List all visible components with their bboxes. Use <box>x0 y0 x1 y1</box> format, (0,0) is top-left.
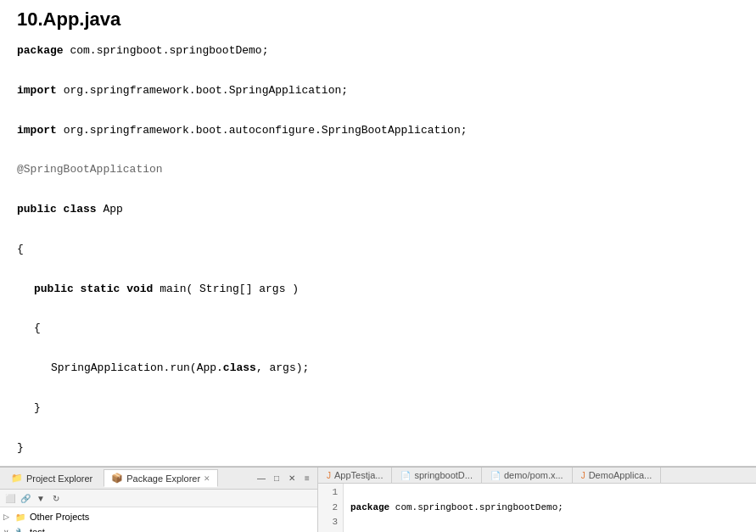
view-menu-button[interactable]: ▼ <box>34 491 48 505</box>
pom-icon: 📄 <box>490 471 501 480</box>
menu-button[interactable]: ≡ <box>300 472 314 485</box>
line-blank5 <box>17 220 739 239</box>
package-icon: 📦 <box>111 473 123 484</box>
line-package: package com.springboot.springbootDemo; <box>17 41 739 60</box>
sync-button[interactable]: ↻ <box>49 491 63 505</box>
line-blank10 <box>17 417 739 437</box>
arrow-icon: ▷ <box>3 512 14 521</box>
java-icon2: J <box>581 471 585 480</box>
line-blank1 <box>17 60 739 80</box>
line-annotation: @SpringBootApplication <box>17 160 739 179</box>
line-class: public class App <box>17 199 739 219</box>
editor-content-area: 1 2 3 4 5 6 7 8 9 10 11 12 13 package co… <box>318 484 756 532</box>
tree-label: test <box>30 527 45 532</box>
tab-apptest[interactable]: J AppTestja... <box>318 468 392 483</box>
line-blank4 <box>17 180 739 199</box>
tree-item-other-projects[interactable]: ▷ 📁 Other Projects <box>0 509 317 524</box>
ide-bottom: 📁 Project Explorer 📦 Package Explorer ✕ … <box>0 467 756 532</box>
line-open1: { <box>17 239 739 259</box>
line-blank2 <box>17 100 739 120</box>
line-blank8 <box>17 339 739 358</box>
folder-icon: 📁 <box>11 473 23 484</box>
folder-icon: 📁 <box>14 510 27 524</box>
collapse-all-button[interactable]: ⬜ <box>3 491 17 505</box>
page-title: 10.App.java <box>17 8 739 31</box>
code-display: package com.springboot.springbootDemo; i… <box>17 41 739 457</box>
tab-demoapplication[interactable]: J DemoApplica... <box>573 468 662 483</box>
tree-label: Other Projects <box>30 512 89 522</box>
line-call: SpringApplication.run(App.class, args); <box>17 358 739 378</box>
editor-line-1: package com.springboot.springbootDemo; <box>350 501 749 516</box>
tab-package-explorer[interactable]: 📦 Package Explorer ✕ <box>104 469 218 487</box>
editor-code-content: package com.springboot.springbootDemo; i… <box>344 484 756 532</box>
project-icon: 🔧 <box>14 525 27 532</box>
tree-toolbar: ⬜ 🔗 ▼ ↻ <box>0 490 317 507</box>
code-editor-panel: J AppTestja... 📄 springbootD... 📄 demo/p… <box>318 468 756 532</box>
line-close2: } <box>17 398 739 417</box>
maximize-button[interactable]: □ <box>270 472 283 485</box>
line-blank9 <box>17 378 739 398</box>
tree-item-test[interactable]: ∨ 🔧 test <box>0 524 317 532</box>
panel-toolbar: — □ ✕ ≡ <box>255 472 314 485</box>
line-number-gutter: 1 2 3 4 5 6 7 8 9 10 11 12 13 <box>318 484 344 532</box>
active-indicator: ✕ <box>204 474 210 483</box>
link-with-editor-button[interactable]: 🔗 <box>19 491 32 505</box>
top-code-view: 10.App.java package com.springboot.sprin… <box>0 0 756 467</box>
close-button[interactable]: ✕ <box>285 472 299 485</box>
tab-springboot[interactable]: 📄 springbootD... <box>392 468 481 483</box>
tab-pom[interactable]: 📄 demo/pom.x... <box>482 468 573 483</box>
xml-icon: 📄 <box>400 471 411 480</box>
line-blank7 <box>17 299 739 318</box>
line-blank6 <box>17 259 739 278</box>
editor-tab-bar: J AppTestja... 📄 springbootD... 📄 demo/p… <box>318 468 756 484</box>
package-explorer-panel: 📁 Project Explorer 📦 Package Explorer ✕ … <box>0 468 318 532</box>
panel-tab-bar: 📁 Project Explorer 📦 Package Explorer ✕ … <box>0 468 317 490</box>
line-import1: import org.springframework.boot.SpringAp… <box>17 81 739 100</box>
arrow-icon: ∨ <box>3 528 14 532</box>
java-icon: J <box>327 471 331 480</box>
minimize-button[interactable]: — <box>255 472 268 485</box>
line-method: public static void main( String[] args ) <box>17 279 739 299</box>
line-open2: { <box>17 318 739 338</box>
line-import2: import org.springframework.boot.autoconf… <box>17 120 739 140</box>
tree-view: ▷ 📁 Other Projects ∨ 🔧 test ▷ 📋 myprojec… <box>0 507 317 532</box>
line-close1: } <box>17 438 739 457</box>
tab-project-explorer[interactable]: 📁 Project Explorer <box>3 469 100 487</box>
line-blank3 <box>17 140 739 160</box>
